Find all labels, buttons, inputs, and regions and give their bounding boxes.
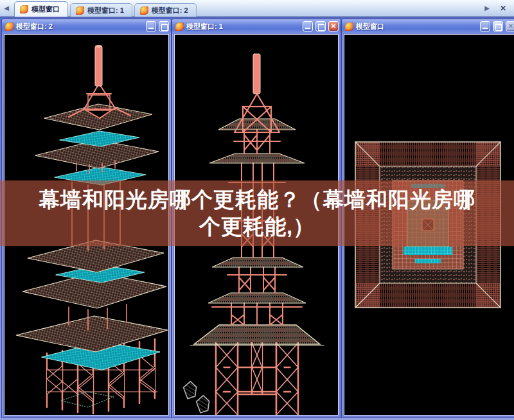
maximize-button[interactable] (159, 21, 169, 31)
window-model-2: 模型窗口: 2 (1, 19, 172, 418)
maximize-button[interactable] (315, 21, 326, 31)
tab-label: 模型窗口: 1 (87, 6, 124, 15)
minimize-button[interactable] (303, 21, 313, 31)
close-button[interactable]: ✕ (506, 21, 514, 31)
window-title: 模型窗口: 1 (186, 22, 300, 31)
window-model-1-titlebar[interactable]: 模型窗口: 1 ✕ (172, 19, 341, 33)
tab-group-close-icon[interactable]: ✕ (497, 3, 509, 14)
window-model-1: 模型窗口: 1 ✕ (172, 19, 341, 418)
maximize-button[interactable] (493, 21, 503, 31)
viewport-perspective[interactable] (4, 34, 169, 416)
pagoda-elevation-wireframe (175, 35, 339, 416)
minimize-button[interactable] (146, 21, 156, 31)
hatched-stamp-icon (182, 381, 210, 414)
model-window-icon (5, 22, 13, 31)
tab-list: 模型窗口 模型窗口: 1 模型窗口: 2 (14, 0, 199, 17)
tab-model-window[interactable]: 模型窗口 (14, 1, 68, 17)
model-window-icon (140, 6, 148, 15)
model-window-icon (20, 5, 28, 13)
viewport-elevation[interactable] (174, 34, 339, 416)
window-title: 模型窗口 (356, 22, 477, 31)
viewport-plan[interactable] (344, 34, 514, 416)
model-window-icon (76, 6, 84, 15)
mdi-tab-strip: ◀ 模型窗口 模型窗口: 1 模型窗口: 2 ▶ ✕ (0, 0, 514, 17)
window-model-2-titlebar[interactable]: 模型窗口: 2 (2, 19, 171, 33)
pagoda-plan-wireframe (344, 35, 514, 416)
tab-model-window-1[interactable]: 模型窗口: 1 (70, 3, 132, 17)
tab-label: 模型窗口: 2 (152, 6, 188, 15)
window-title: 模型窗口: 2 (16, 22, 143, 31)
tab-scroll-right-icon[interactable]: ▶ (482, 3, 492, 13)
window-model-main: 模型窗口 ✕ (341, 19, 514, 418)
tab-model-window-2[interactable]: 模型窗口: 2 (134, 3, 197, 17)
window-model-main-titlebar[interactable]: 模型窗口 ✕ (342, 19, 514, 33)
pagoda-3d-wireframe (4, 35, 169, 416)
mdi-workspace: 模型窗口: 2 (0, 17, 514, 420)
model-window-icon (345, 22, 353, 31)
close-button[interactable]: ✕ (328, 21, 339, 31)
model-window-icon (175, 22, 184, 31)
minimize-button[interactable] (480, 21, 490, 31)
tab-label: 模型窗口 (31, 4, 60, 14)
tab-scroll-left-icon[interactable]: ◀ (1, 3, 12, 13)
